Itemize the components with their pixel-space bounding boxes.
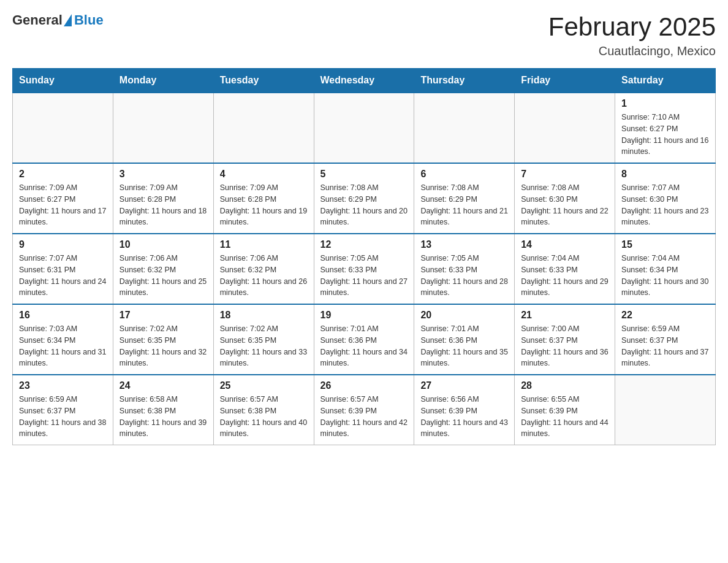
day-info: Sunrise: 7:07 AM Sunset: 6:31 PM Dayligh… [19,253,107,299]
week-row-2: 2Sunrise: 7:09 AM Sunset: 6:27 PM Daylig… [13,163,716,234]
calendar-cell: 18Sunrise: 7:02 AM Sunset: 6:35 PM Dayli… [213,304,314,375]
day-number: 21 [521,310,609,321]
day-number: 5 [320,169,408,180]
calendar-cell: 23Sunrise: 6:59 AM Sunset: 6:37 PM Dayli… [13,375,113,445]
calendar-cell: 1Sunrise: 7:10 AM Sunset: 6:27 PM Daylig… [615,93,716,163]
calendar-table: SundayMondayTuesdayWednesdayThursdayFrid… [12,68,716,445]
day-number: 6 [420,169,508,180]
day-info: Sunrise: 6:57 AM Sunset: 6:38 PM Dayligh… [220,394,308,440]
day-number: 8 [621,169,709,180]
weekday-header-tuesday: Tuesday [213,69,314,93]
day-info: Sunrise: 6:59 AM Sunset: 6:37 PM Dayligh… [621,323,709,369]
calendar-cell: 17Sunrise: 7:02 AM Sunset: 6:35 PM Dayli… [113,304,213,375]
calendar-cell [615,375,716,445]
day-info: Sunrise: 7:01 AM Sunset: 6:36 PM Dayligh… [320,323,408,369]
day-info: Sunrise: 7:06 AM Sunset: 6:32 PM Dayligh… [119,253,207,299]
day-info: Sunrise: 7:04 AM Sunset: 6:33 PM Dayligh… [521,253,609,299]
day-info: Sunrise: 7:05 AM Sunset: 6:33 PM Dayligh… [420,253,508,299]
day-info: Sunrise: 7:09 AM Sunset: 6:28 PM Dayligh… [220,182,308,228]
day-info: Sunrise: 7:09 AM Sunset: 6:28 PM Dayligh… [119,182,207,228]
day-info: Sunrise: 6:55 AM Sunset: 6:39 PM Dayligh… [521,394,609,440]
calendar-cell: 2Sunrise: 7:09 AM Sunset: 6:27 PM Daylig… [13,163,113,234]
weekday-header-row: SundayMondayTuesdayWednesdayThursdayFrid… [13,69,716,93]
day-number: 3 [119,169,207,180]
day-info: Sunrise: 7:02 AM Sunset: 6:35 PM Dayligh… [119,323,207,369]
weekday-header-sunday: Sunday [13,69,113,93]
calendar-cell: 11Sunrise: 7:06 AM Sunset: 6:32 PM Dayli… [213,234,314,304]
calendar-cell: 20Sunrise: 7:01 AM Sunset: 6:36 PM Dayli… [414,304,515,375]
day-number: 18 [220,310,308,321]
calendar-cell: 28Sunrise: 6:55 AM Sunset: 6:39 PM Dayli… [515,375,615,445]
week-row-3: 9Sunrise: 7:07 AM Sunset: 6:31 PM Daylig… [13,234,716,304]
calendar-cell: 4Sunrise: 7:09 AM Sunset: 6:28 PM Daylig… [213,163,314,234]
day-info: Sunrise: 6:59 AM Sunset: 6:37 PM Dayligh… [19,394,107,440]
week-row-4: 16Sunrise: 7:03 AM Sunset: 6:34 PM Dayli… [13,304,716,375]
day-info: Sunrise: 6:56 AM Sunset: 6:39 PM Dayligh… [420,394,508,440]
weekday-header-wednesday: Wednesday [314,69,414,93]
day-info: Sunrise: 7:00 AM Sunset: 6:37 PM Dayligh… [521,323,609,369]
weekday-header-friday: Friday [515,69,615,93]
calendar-cell: 14Sunrise: 7:04 AM Sunset: 6:33 PM Dayli… [515,234,615,304]
logo-general-text: General [12,12,63,28]
day-number: 23 [19,380,107,391]
day-info: Sunrise: 7:10 AM Sunset: 6:27 PM Dayligh… [621,112,709,158]
day-info: Sunrise: 7:09 AM Sunset: 6:27 PM Dayligh… [19,182,107,228]
calendar-cell: 13Sunrise: 7:05 AM Sunset: 6:33 PM Dayli… [414,234,515,304]
calendar-cell: 15Sunrise: 7:04 AM Sunset: 6:34 PM Dayli… [615,234,716,304]
calendar-cell: 10Sunrise: 7:06 AM Sunset: 6:32 PM Dayli… [113,234,213,304]
calendar-cell: 8Sunrise: 7:07 AM Sunset: 6:30 PM Daylig… [615,163,716,234]
day-info: Sunrise: 6:58 AM Sunset: 6:38 PM Dayligh… [119,394,207,440]
logo: General Blue [12,12,104,28]
calendar-cell: 7Sunrise: 7:08 AM Sunset: 6:30 PM Daylig… [515,163,615,234]
calendar-cell: 24Sunrise: 6:58 AM Sunset: 6:38 PM Dayli… [113,375,213,445]
calendar-cell: 26Sunrise: 6:57 AM Sunset: 6:39 PM Dayli… [314,375,414,445]
calendar-cell: 16Sunrise: 7:03 AM Sunset: 6:34 PM Dayli… [13,304,113,375]
weekday-header-monday: Monday [113,69,213,93]
calendar-cell: 21Sunrise: 7:00 AM Sunset: 6:37 PM Dayli… [515,304,615,375]
logo-triangle-icon [64,14,72,26]
weekday-header-saturday: Saturday [615,69,716,93]
calendar-cell: 5Sunrise: 7:08 AM Sunset: 6:29 PM Daylig… [314,163,414,234]
day-number: 2 [19,169,107,180]
calendar-cell: 12Sunrise: 7:05 AM Sunset: 6:33 PM Dayli… [314,234,414,304]
day-number: 15 [621,239,709,250]
day-number: 28 [521,380,609,391]
day-number: 4 [220,169,308,180]
day-number: 13 [420,239,508,250]
day-info: Sunrise: 7:01 AM Sunset: 6:36 PM Dayligh… [420,323,508,369]
day-number: 10 [119,239,207,250]
day-number: 20 [420,310,508,321]
day-info: Sunrise: 7:08 AM Sunset: 6:30 PM Dayligh… [521,182,609,228]
calendar-cell [515,93,615,163]
calendar-cell: 6Sunrise: 7:08 AM Sunset: 6:29 PM Daylig… [414,163,515,234]
title-area: February 2025 Cuautlacingo, Mexico [548,12,716,58]
day-number: 7 [521,169,609,180]
day-number: 25 [220,380,308,391]
day-number: 22 [621,310,709,321]
day-number: 16 [19,310,107,321]
calendar-cell [213,93,314,163]
calendar-cell: 19Sunrise: 7:01 AM Sunset: 6:36 PM Dayli… [314,304,414,375]
calendar-cell: 27Sunrise: 6:56 AM Sunset: 6:39 PM Dayli… [414,375,515,445]
day-number: 11 [220,239,308,250]
week-row-1: 1Sunrise: 7:10 AM Sunset: 6:27 PM Daylig… [13,93,716,163]
day-info: Sunrise: 7:06 AM Sunset: 6:32 PM Dayligh… [220,253,308,299]
day-info: Sunrise: 7:03 AM Sunset: 6:34 PM Dayligh… [19,323,107,369]
location-title: Cuautlacingo, Mexico [548,44,716,58]
day-info: Sunrise: 7:08 AM Sunset: 6:29 PM Dayligh… [320,182,408,228]
calendar-cell [113,93,213,163]
calendar-cell: 25Sunrise: 6:57 AM Sunset: 6:38 PM Dayli… [213,375,314,445]
calendar-cell [314,93,414,163]
logo-blue-text: Blue [74,12,104,28]
day-number: 14 [521,239,609,250]
day-number: 26 [320,380,408,391]
page-header: General Blue February 2025 Cuautlacingo,… [12,12,716,58]
day-info: Sunrise: 7:08 AM Sunset: 6:29 PM Dayligh… [420,182,508,228]
month-title: February 2025 [548,12,716,42]
calendar-cell [13,93,113,163]
calendar-cell: 22Sunrise: 6:59 AM Sunset: 6:37 PM Dayli… [615,304,716,375]
day-info: Sunrise: 7:07 AM Sunset: 6:30 PM Dayligh… [621,182,709,228]
day-info: Sunrise: 6:57 AM Sunset: 6:39 PM Dayligh… [320,394,408,440]
calendar-cell: 3Sunrise: 7:09 AM Sunset: 6:28 PM Daylig… [113,163,213,234]
day-number: 12 [320,239,408,250]
